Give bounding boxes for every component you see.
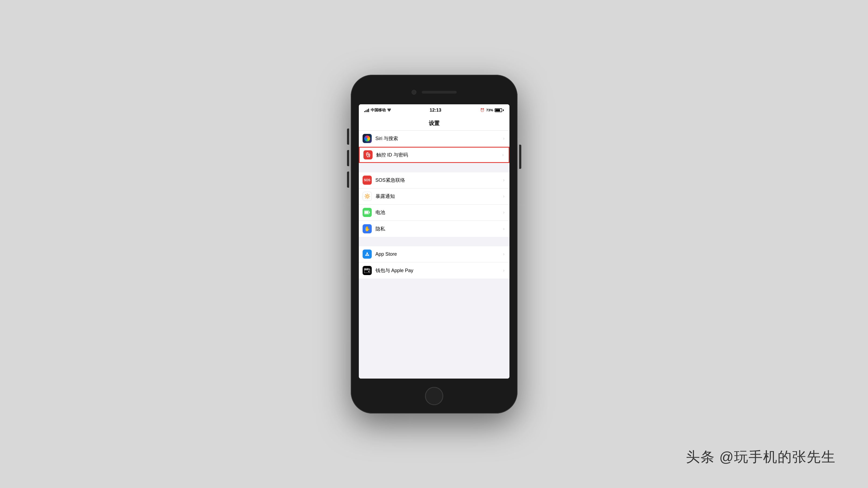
sos-icon: SOS — [363, 175, 372, 185]
battery-percent: 73% — [486, 108, 493, 112]
battery-row[interactable]: 电池 › — [359, 205, 509, 221]
exposure-chevron-icon: › — [503, 194, 504, 199]
siri-label: Siri 与搜索 — [375, 135, 501, 142]
sos-label: SOS紧急联络 — [375, 177, 501, 183]
gap-2 — [359, 237, 509, 246]
svg-rect-2 — [365, 212, 368, 214]
siri-chevron-icon: › — [503, 136, 504, 141]
signal-icon — [364, 108, 369, 112]
appstore-chevron-icon: › — [503, 252, 504, 257]
carrier-name: 中国移动 — [371, 108, 386, 113]
siri-icon — [363, 134, 372, 143]
sos-chevron-icon: › — [503, 178, 504, 183]
appstore-label: App Store — [375, 251, 501, 257]
phone-top — [351, 75, 518, 104]
status-right: ⏰ 73% — [480, 108, 504, 112]
siri-row[interactable]: Siri 与搜索 › — [359, 131, 509, 147]
privacy-row[interactable]: ✋ 隐私 › — [359, 221, 509, 237]
touchid-icon — [363, 150, 373, 159]
exposure-label: 暴露通知 — [375, 193, 501, 199]
privacy-label: 隐私 — [375, 226, 501, 232]
touchid-row[interactable]: 触控 ID 与密码 › — [359, 147, 509, 163]
appstore-row[interactable]: App Store › — [359, 246, 509, 262]
watermark: 头条 @玩手机的张先生 — [686, 448, 836, 466]
wallet-label: 钱包与 Apple Pay — [375, 267, 501, 274]
camera — [411, 90, 416, 95]
wallet-chevron-icon: › — [503, 268, 504, 273]
nav-title: 设置 — [359, 116, 509, 131]
appstore-icon — [363, 250, 372, 259]
alarm-icon: ⏰ — [480, 108, 485, 112]
battery-icon — [495, 108, 504, 112]
gap-1 — [359, 163, 509, 172]
home-button[interactable] — [425, 387, 443, 405]
section-1: Siri 与搜索 › — [359, 131, 509, 163]
touchid-label: 触控 ID 与密码 — [376, 152, 500, 158]
wifi-icon: 𝚿 — [388, 108, 391, 112]
touchid-chevron-icon: › — [502, 153, 503, 157]
phone-device: 中国移动 𝚿 12:13 ⏰ 73% 设置 — [351, 75, 518, 414]
exposure-icon: 🔆 — [363, 192, 372, 201]
wallet-row[interactable]: 钱包与 Apple Pay › — [359, 262, 509, 279]
battery-row-icon — [363, 208, 372, 217]
privacy-chevron-icon: › — [503, 226, 504, 231]
battery-label: 电池 — [375, 209, 501, 216]
privacy-icon: ✋ — [363, 224, 372, 233]
svg-point-8 — [368, 271, 369, 272]
wallet-icon — [363, 266, 372, 275]
sos-row[interactable]: SOS SOS紧急联络 › — [359, 172, 509, 189]
page-title: 设置 — [429, 120, 439, 127]
status-time: 12:13 — [430, 107, 441, 113]
svg-rect-1 — [369, 212, 370, 213]
settings-list: Siri 与搜索 › — [359, 131, 509, 379]
phone-bottom — [425, 379, 443, 414]
screen: 中国移动 𝚿 12:13 ⏰ 73% 设置 — [359, 104, 509, 379]
status-left: 中国移动 𝚿 — [364, 108, 391, 113]
speaker — [422, 91, 457, 94]
battery-chevron-icon: › — [503, 210, 504, 215]
section-2: SOS SOS紧急联络 › 🔆 暴露通知 › — [359, 172, 509, 237]
exposure-row[interactable]: 🔆 暴露通知 › — [359, 189, 509, 205]
section-3: App Store › 钱包与 Apple Pay › — [359, 246, 509, 279]
status-bar: 中国移动 𝚿 12:13 ⏰ 73% — [359, 104, 509, 116]
